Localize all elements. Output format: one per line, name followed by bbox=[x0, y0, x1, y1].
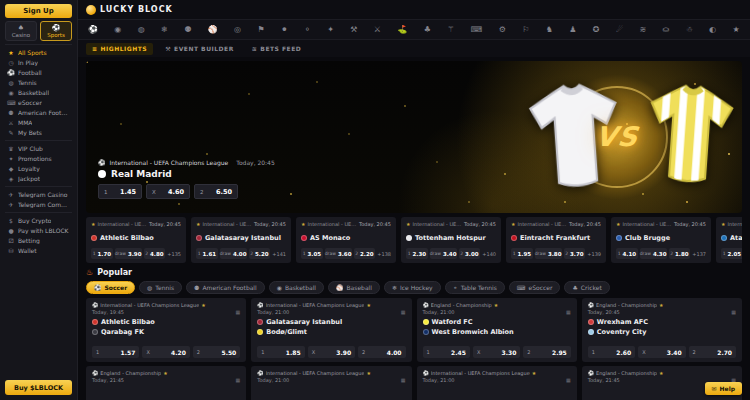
sport-strip-icon[interactable]: ⚬ bbox=[304, 26, 311, 34]
odds-button-draw[interactable]: X 3.30 bbox=[473, 346, 520, 358]
event-card[interactable]: ★ International - UEFA Champions League … bbox=[611, 217, 711, 263]
odds-button-away[interactable]: 2 4.00 bbox=[358, 346, 405, 358]
favorite-star-icon[interactable]: ★ bbox=[366, 370, 370, 376]
sidebar-item[interactable]: ⌨ eSoccer bbox=[5, 97, 72, 107]
stats-icon[interactable]: ▦ bbox=[731, 309, 736, 315]
odds-button-draw[interactable]: X 3.40 bbox=[638, 346, 685, 358]
sport-strip-icon[interactable]: ⚽ bbox=[88, 26, 98, 34]
odds-button-draw[interactable]: draw 4.30 bbox=[640, 248, 667, 259]
sign-up-button[interactable]: Sign Up bbox=[5, 4, 72, 18]
odds-button-home[interactable]: 1 4.10 bbox=[616, 248, 638, 259]
match-card[interactable]: ⚽ International - UEFA Champions League … bbox=[86, 298, 246, 362]
sidebar-item[interactable]: ⚂ Betting bbox=[5, 235, 72, 245]
odds-button-away[interactable]: 2 3.00 bbox=[459, 248, 481, 259]
odds-button-away[interactable]: 2 6.50 bbox=[194, 184, 238, 199]
odds-button-home[interactable]: 1 1.61 bbox=[196, 248, 218, 259]
sport-strip-icon[interactable]: ✦ bbox=[327, 26, 334, 34]
sport-strip-icon[interactable]: ⚑ bbox=[257, 26, 264, 34]
odds-button-away[interactable]: 2 4.80 bbox=[144, 248, 166, 259]
favorite-star-icon[interactable]: ★ bbox=[659, 302, 663, 308]
odds-button-home[interactable]: 1 2.05 bbox=[721, 248, 742, 259]
favorite-star-icon[interactable]: ★ bbox=[366, 302, 370, 308]
sport-filter-chip[interactable]: ◉ Basketball bbox=[269, 281, 324, 294]
more-markets-count[interactable]: +139 bbox=[587, 251, 601, 257]
match-card[interactable]: ⚽ International - UEFA Champions League … bbox=[251, 298, 411, 362]
subnav-tab[interactable]: ⚒ EVENT BUILDER bbox=[159, 43, 240, 55]
odds-button-home[interactable]: 1 1.85 bbox=[257, 346, 304, 358]
match-card[interactable]: ⚽ England - Championship ★ Today, 21:45 … bbox=[86, 366, 246, 400]
more-markets-count[interactable]: +137 bbox=[692, 251, 706, 257]
sport-strip-icon[interactable]: ☃ bbox=[686, 26, 693, 34]
odds-button-draw[interactable]: draw 4.00 bbox=[220, 248, 247, 259]
sport-strip-icon[interactable]: ♣ bbox=[424, 26, 431, 34]
more-markets-count[interactable]: +135 bbox=[167, 251, 181, 257]
sport-strip-icon[interactable]: ⚾ bbox=[208, 26, 218, 34]
subnav-tab[interactable]: ≡ HIGHLIGHTS bbox=[86, 43, 153, 55]
sport-strip-icon[interactable]: ◉ bbox=[114, 26, 121, 34]
odds-button-home[interactable]: 1 1.70 bbox=[91, 248, 113, 259]
mode-tab[interactable]: ⚽ Sports bbox=[40, 21, 72, 41]
odds-button-draw[interactable]: draw 3.40 bbox=[430, 248, 457, 259]
odds-button-away[interactable]: 2 5.50 bbox=[193, 346, 240, 358]
odds-button-home[interactable]: 1 3.05 bbox=[301, 248, 323, 259]
sidebar-item[interactable]: ⚉ American Football bbox=[5, 107, 72, 117]
sidebar-item[interactable]: ⚔ MMA bbox=[5, 117, 72, 127]
sport-filter-chip[interactable]: ❄ Ice Hockey bbox=[384, 281, 441, 294]
favorite-star-icon[interactable]: ★ bbox=[659, 370, 663, 376]
odds-button-draw[interactable]: X 3.90 bbox=[308, 346, 355, 358]
sidebar-item[interactable]: ◍ Tennis bbox=[5, 77, 72, 87]
match-card[interactable]: ⚽ International - UEFA Champions League … bbox=[417, 366, 577, 400]
support-chat-button[interactable]: ✉ Help bbox=[705, 382, 742, 395]
brand-logo[interactable]: LUCKY BLOCK bbox=[86, 5, 173, 15]
sport-strip-icon[interactable]: ◐ bbox=[709, 26, 716, 34]
odds-button-away[interactable]: 2 2.20 bbox=[354, 248, 376, 259]
odds-button-home[interactable]: 1 2.30 bbox=[406, 248, 428, 259]
sidebar-item[interactable]: ◷ In Play bbox=[5, 57, 72, 67]
event-card[interactable]: ★ International - UEFA Champions League … bbox=[716, 217, 742, 263]
odds-button-home[interactable]: 1 2.45 bbox=[423, 346, 470, 358]
sport-strip-icon[interactable]: ♟ bbox=[569, 26, 576, 34]
event-card[interactable]: ★ International - UEFA Champions League … bbox=[506, 217, 606, 263]
sport-filter-chip[interactable]: ⚬ Table Tennis bbox=[445, 281, 505, 294]
favorite-star-icon[interactable]: ★ bbox=[201, 302, 205, 308]
hero-banner[interactable]: VS ⚽ International - UEFA Champions Leag… bbox=[86, 61, 742, 213]
odds-button-away[interactable]: 2 3.70 bbox=[564, 248, 586, 259]
sport-filter-chip[interactable]: ⚾ Baseball bbox=[328, 281, 380, 294]
sport-filter-chip[interactable]: ◍ Tennis bbox=[139, 281, 182, 294]
stats-icon[interactable]: ▦ bbox=[236, 377, 241, 383]
odds-button-draw[interactable]: draw 3.90 bbox=[115, 248, 142, 259]
sidebar-item[interactable]: ✦ Promotions bbox=[5, 153, 72, 163]
match-card[interactable]: ⚽ International - UEFA Champions League … bbox=[251, 366, 411, 400]
sport-strip-icon[interactable]: ⛳ bbox=[397, 26, 407, 34]
more-markets-count[interactable]: +138 bbox=[377, 251, 391, 257]
sport-strip-icon[interactable]: ⌨ bbox=[471, 26, 483, 34]
stats-icon[interactable]: ▦ bbox=[236, 309, 241, 315]
stats-icon[interactable]: ▦ bbox=[401, 377, 406, 383]
odds-button-away[interactable]: 2 2.95 bbox=[523, 346, 570, 358]
match-card[interactable]: ⚽ England - Championship ★ Today, 20:45 … bbox=[582, 298, 742, 362]
event-card[interactable]: ★ International - UEFA Champions League … bbox=[296, 217, 396, 263]
odds-button-home[interactable]: 1 1.45 bbox=[98, 184, 142, 199]
sport-strip-icon[interactable]: ◎ bbox=[234, 26, 241, 34]
event-card[interactable]: ★ International - UEFA Champions League … bbox=[86, 217, 186, 263]
sidebar-item[interactable]: ⚽ Football bbox=[5, 67, 72, 77]
sport-filter-chip[interactable]: ⚽ Soccer bbox=[86, 281, 135, 294]
sidebar-item[interactable]: ⛁ Wallet bbox=[5, 245, 72, 255]
sport-strip-icon[interactable]: ≋ bbox=[639, 26, 646, 34]
sidebar-item[interactable]: ● Pay with LBLOCK bbox=[5, 225, 72, 235]
odds-button-away[interactable]: 2 1.80 bbox=[669, 248, 691, 259]
sidebar-item[interactable]: ◈ Jackpot bbox=[5, 173, 72, 183]
sidebar-item[interactable]: ◉ Basketball bbox=[5, 87, 72, 97]
sidebar-item[interactable]: $ Buy Crypto bbox=[5, 215, 72, 225]
odds-button-draw[interactable]: X 4.20 bbox=[142, 346, 189, 358]
sport-strip-icon[interactable]: ⚚ bbox=[447, 26, 454, 34]
odds-button-home[interactable]: 1 2.60 bbox=[588, 346, 635, 358]
sport-filter-chip[interactable]: ⌨ eSoccer bbox=[509, 281, 561, 294]
stats-icon[interactable]: ▦ bbox=[566, 309, 571, 315]
sport-strip-icon[interactable]: ⚫ bbox=[281, 26, 288, 34]
sport-strip-icon[interactable]: ⚙ bbox=[499, 26, 506, 34]
odds-button-away[interactable]: 2 5.20 bbox=[249, 248, 271, 259]
sidebar-item[interactable]: ◆ Loyalty bbox=[5, 163, 72, 173]
sport-strip-icon[interactable]: ❄ bbox=[161, 26, 168, 34]
more-markets-count[interactable]: +141 bbox=[272, 251, 286, 257]
